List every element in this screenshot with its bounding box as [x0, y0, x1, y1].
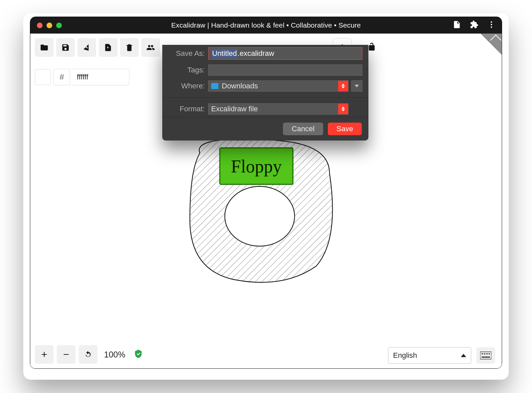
tags-input[interactable]: [208, 64, 362, 76]
clear-reset-button[interactable]: [77, 38, 96, 57]
current-color-swatch[interactable]: [35, 69, 51, 85]
hex-color-input[interactable]: [73, 69, 129, 85]
format-select[interactable]: Excalidraw file: [208, 103, 348, 115]
where-value: Downloads: [222, 82, 258, 90]
zoom-out-button[interactable]: [57, 345, 75, 364]
svg-rect-12: [489, 353, 490, 354]
folder-icon: [211, 83, 218, 89]
window-title: Excalidraw | Hand-drawn look & feel • Co…: [171, 21, 361, 29]
app-window: Excalidraw | Hand-drawn look & feel • Co…: [30, 17, 502, 369]
app-content: A 8 #: [30, 34, 502, 368]
minimize-window-button[interactable]: [47, 23, 52, 28]
format-value: Excalidraw file: [211, 105, 258, 113]
secure-shield-icon: [133, 349, 143, 360]
corner-collab-button[interactable]: [480, 34, 502, 55]
zoom-window-button[interactable]: [56, 23, 62, 28]
svg-point-1: [491, 24, 492, 25]
zoom-level: 100%: [104, 350, 125, 359]
titlebar: Excalidraw | Hand-drawn look & feel • Co…: [30, 17, 502, 34]
chevron-up-icon: [461, 354, 466, 357]
collaborate-button[interactable]: [141, 38, 160, 57]
select-arrows-icon: [338, 81, 348, 91]
delete-button[interactable]: [120, 38, 139, 57]
save-dialog: Save As: Untitled.excalidraw Tags: Where…: [162, 45, 368, 141]
select-arrows-icon: [338, 104, 348, 114]
language-value: English: [393, 351, 417, 360]
save-confirm-button[interactable]: Save: [328, 123, 362, 135]
canvas-drawing: Floppy: [173, 133, 353, 293]
traffic-lights: [30, 23, 62, 28]
zoom-reset-button[interactable]: [79, 345, 97, 364]
svg-rect-8: [480, 352, 491, 359]
background-color-picker: #: [35, 69, 129, 85]
install-app-icon[interactable]: [453, 20, 461, 30]
svg-rect-10: [484, 353, 485, 354]
svg-point-6: [225, 186, 295, 246]
svg-point-0: [491, 21, 492, 23]
main-toolbar: [35, 38, 160, 57]
keyboard-shortcuts-button[interactable]: [476, 347, 495, 364]
format-label: Format:: [168, 105, 208, 113]
save-button[interactable]: [56, 38, 75, 57]
save-as-label: Save As:: [168, 49, 208, 58]
svg-point-2: [491, 26, 492, 28]
cancel-button[interactable]: Cancel: [283, 123, 323, 135]
svg-rect-11: [486, 353, 487, 354]
svg-rect-13: [481, 356, 490, 358]
zoom-in-button[interactable]: [35, 345, 54, 364]
export-button[interactable]: [99, 38, 117, 57]
footer-zoom-controls: 100%: [35, 345, 143, 364]
close-window-button[interactable]: [37, 23, 43, 28]
dialog-separator: [162, 97, 368, 98]
tags-label: Tags:: [168, 66, 208, 74]
more-icon[interactable]: [487, 20, 496, 30]
where-select[interactable]: Downloads: [208, 80, 348, 92]
drawing-label: Floppy: [231, 156, 282, 176]
open-button[interactable]: [35, 38, 54, 57]
hash-prefix: #: [54, 69, 70, 85]
language-select[interactable]: English: [388, 347, 471, 364]
svg-rect-9: [481, 353, 483, 354]
expand-browser-button[interactable]: [351, 80, 362, 92]
where-label: Where:: [168, 82, 208, 90]
extensions-icon[interactable]: [470, 20, 478, 30]
filename-input[interactable]: Untitled.excalidraw: [208, 47, 362, 60]
